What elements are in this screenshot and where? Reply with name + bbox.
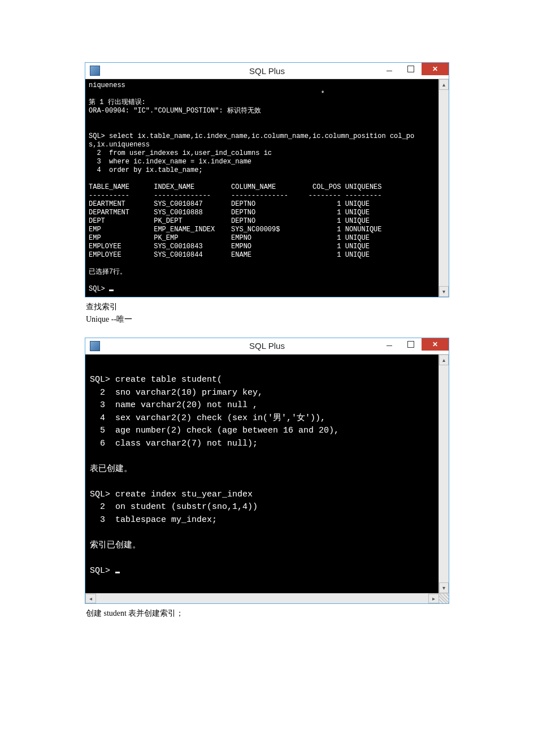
maximize-button[interactable] bbox=[400, 63, 422, 75]
caption-text-eng: Unique bbox=[86, 315, 109, 323]
titlebar[interactable]: SQL Plus bbox=[85, 338, 449, 355]
client-area: niqueness * 第 1 行出现错误: ORA-00904: "IC"."… bbox=[85, 79, 449, 297]
sqlplus-window-1: SQL Plus niqueness * 第 1 行出现错误: ORA-0090… bbox=[85, 62, 449, 297]
resize-grip-icon[interactable] bbox=[439, 594, 449, 603]
scroll-down-icon[interactable]: ▾ bbox=[439, 582, 449, 593]
scroll-left-icon[interactable]: ◂ bbox=[85, 594, 96, 603]
sqlplus-window-2: SQL Plus SQL> create table student( 2 sn… bbox=[85, 338, 449, 604]
window-controls bbox=[379, 338, 449, 354]
console-output[interactable]: niqueness * 第 1 行出现错误: ORA-00904: "IC"."… bbox=[85, 79, 439, 297]
app-icon bbox=[90, 66, 100, 76]
caption-text-cn: --唯一 bbox=[109, 315, 132, 323]
scroll-right-icon[interactable]: ▸ bbox=[428, 594, 439, 603]
horizontal-scrollbar[interactable]: ◂ ▸ bbox=[85, 594, 439, 603]
caption-2: 创建 student 表并创建索引； bbox=[86, 607, 449, 620]
window-controls bbox=[379, 63, 449, 79]
close-button[interactable] bbox=[422, 338, 449, 351]
app-icon bbox=[90, 341, 100, 351]
titlebar[interactable]: SQL Plus bbox=[85, 63, 449, 79]
scroll-up-icon[interactable]: ▴ bbox=[439, 355, 449, 365]
document-page: SQL Plus niqueness * 第 1 行出现错误: ORA-0090… bbox=[0, 0, 534, 745]
scroll-up-icon[interactable]: ▴ bbox=[439, 79, 449, 90]
horizontal-scrollbar-row: ◂ ▸ bbox=[85, 593, 449, 603]
maximize-button[interactable] bbox=[400, 338, 422, 351]
caption-text: 创建 student 表并创建索引； bbox=[86, 609, 184, 617]
caption-text: 查找索引 bbox=[86, 303, 118, 311]
caption-1: 查找索引 Unique --唯一 bbox=[86, 301, 449, 326]
minimize-button[interactable] bbox=[379, 338, 400, 351]
console-output[interactable]: SQL> create table student( 2 sno varchar… bbox=[85, 355, 439, 594]
vertical-scrollbar[interactable]: ▴ ▾ bbox=[439, 79, 449, 297]
client-area: SQL> create table student( 2 sno varchar… bbox=[85, 355, 449, 594]
minimize-button[interactable] bbox=[379, 63, 400, 75]
scroll-down-icon[interactable]: ▾ bbox=[439, 286, 449, 297]
close-button[interactable] bbox=[422, 63, 449, 75]
vertical-scrollbar[interactable]: ▴ ▾ bbox=[439, 355, 449, 594]
